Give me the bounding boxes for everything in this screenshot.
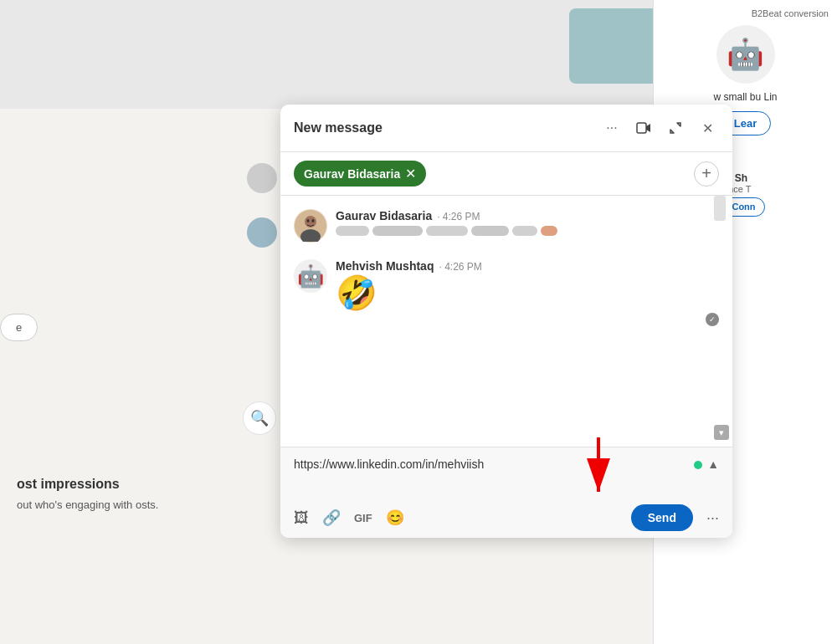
message-row-mehvish: 🤖 Mehvish Mushtaq · 4:26 PM 🤣 ✓ <box>294 259 719 326</box>
video-call-button[interactable] <box>632 116 655 140</box>
recipient-tag: Gaurav Bidasaria ✕ <box>294 161 426 187</box>
blur-block-6 <box>541 226 557 236</box>
input-expand-icon[interactable]: ▲ <box>707 457 719 471</box>
to-field: Gaurav Bidasaria ✕ + <box>280 152 732 196</box>
more-options-toolbar-icon[interactable]: ··· <box>706 509 719 527</box>
image-attach-icon[interactable]: 🖼 <box>294 509 309 527</box>
mehvish-avatar-icon: 🤖 <box>297 263 324 289</box>
modal-header: New message ··· ✕ <box>280 105 732 152</box>
message-input[interactable]: https://www.linkedin.com/in/mehviish <box>294 457 694 471</box>
blur-block-2 <box>372 226 423 236</box>
messages-area[interactable]: Gaurav Bidasaria · 4:26 PM 🤖 <box>280 196 732 447</box>
scrollbar-track <box>714 196 726 221</box>
message-modal: New message ··· ✕ Gaurav Bidasaria ✕ + <box>280 105 732 538</box>
mid-left-avatar2 <box>247 217 277 248</box>
svg-rect-0 <box>637 123 646 133</box>
emoji-icon[interactable]: 😊 <box>386 509 404 527</box>
input-text-row: https://www.linkedin.com/in/mehviish ▲ <box>280 447 732 498</box>
mehvish-message-content: Mehvish Mushtaq · 4:26 PM 🤣 ✓ <box>336 259 719 326</box>
impressions-block: ost impressions out who's engaging with … <box>0 460 259 530</box>
mehvish-avatar: 🤖 <box>294 259 327 293</box>
gaurav-avatar <box>294 209 327 243</box>
blur-block-3 <box>426 226 468 236</box>
blur-block-4 <box>471 226 509 236</box>
recipient-name: Gaurav Bidasaria <box>304 167 400 181</box>
read-tick-icon: ✓ <box>706 313 719 326</box>
link-icon[interactable]: 🔗 <box>322 509 341 527</box>
expand-button[interactable] <box>664 116 687 140</box>
svg-point-5 <box>312 219 315 222</box>
modal-title: New message <box>294 120 593 135</box>
mehvish-name: Mehvish Mushtaq <box>336 259 434 273</box>
gaurav-message-content: Gaurav Bidasaria · 4:26 PM <box>336 209 719 236</box>
blur-block-5 <box>512 226 537 236</box>
more-options-button[interactable]: ··· <box>600 116 624 140</box>
send-button[interactable]: Send <box>631 504 693 531</box>
modal-header-icons: ··· ✕ <box>600 116 719 140</box>
svg-point-2 <box>305 216 316 227</box>
connect-label: Conn <box>732 202 755 212</box>
add-recipient-button[interactable]: + <box>694 161 719 187</box>
read-receipt: ✓ <box>336 313 719 326</box>
impressions-title: ost impressions <box>17 477 243 492</box>
online-dot <box>694 461 702 469</box>
impressions-body: out who's engaging with osts. <box>17 497 243 514</box>
gif-button[interactable]: GIF <box>354 512 372 524</box>
message-row-gaurav: Gaurav Bidasaria · 4:26 PM <box>294 209 719 243</box>
gaurav-name: Gaurav Bidasaria <box>336 209 432 222</box>
input-area: https://www.linkedin.com/in/mehviish ▲ 🖼… <box>280 447 732 538</box>
gaurav-blurred-message <box>336 226 719 236</box>
blur-block-1 <box>336 226 369 236</box>
svg-point-4 <box>307 219 310 222</box>
search-icon: 🔍 <box>250 409 269 427</box>
search-icon-btn[interactable]: 🔍 <box>243 401 276 435</box>
mehvish-time: · 4:26 PM <box>439 261 481 273</box>
left-oval-button[interactable]: e <box>0 314 38 341</box>
robot-icon: 🤖 <box>727 37 764 72</box>
sidebar-ad-title: B2Beat conversion <box>662 8 829 18</box>
gaurav-time: · 4:26 PM <box>437 211 480 222</box>
mid-left-avatar1 <box>247 163 277 193</box>
recipient-remove-button[interactable]: ✕ <box>405 166 416 181</box>
mehvish-meta: Mehvish Mushtaq · 4:26 PM <box>336 259 719 273</box>
scroll-down-button[interactable]: ▾ <box>714 425 729 440</box>
close-button[interactable]: ✕ <box>696 116 719 140</box>
mehvish-emoji-message: 🤣 <box>336 276 719 309</box>
sidebar-ad-text: w small bu Lin <box>662 90 829 105</box>
gaurav-meta: Gaurav Bidasaria · 4:26 PM <box>336 209 719 222</box>
input-toolbar: 🖼 🔗 GIF 😊 Send ··· <box>280 498 732 538</box>
sidebar-robot-avatar: 🤖 <box>716 25 775 84</box>
